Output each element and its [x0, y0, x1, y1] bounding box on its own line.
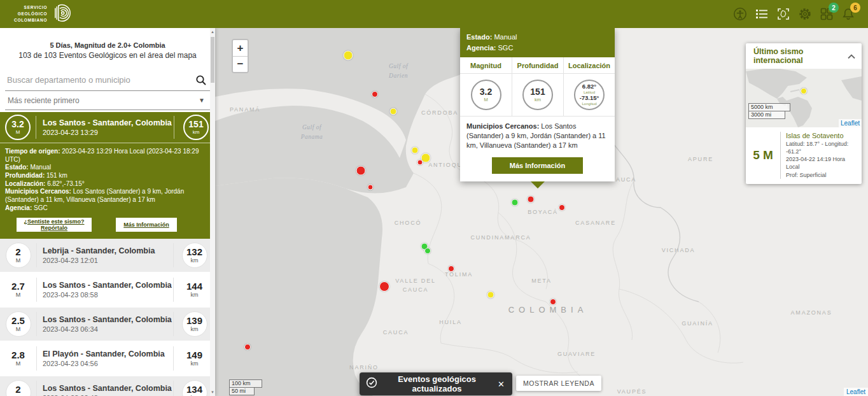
event-datetime: 2023-04-23 08:58 — [43, 291, 173, 299]
event-list-icon[interactable] — [755, 7, 769, 21]
location-label: Localización — [564, 57, 615, 74]
depth-label: Profundidad — [512, 57, 563, 74]
event-list-item[interactable]: 2.8M El Playón - Santander, Colombia 202… — [0, 342, 215, 375]
filter-summary-title: 5 Días, Magnitud de 2.0+ Colombia — [11, 41, 204, 49]
leaflet-attribution[interactable]: Leaflet — [844, 388, 868, 396]
app-header: SERVICIO GEOLÓGICO COLOMBIANO — [0, 0, 868, 28]
event-marker-red[interactable] — [356, 166, 366, 176]
map-view-icon[interactable] — [776, 7, 790, 21]
scale-km: 100 km — [229, 379, 262, 388]
magnitude-label: Magnitud — [460, 57, 512, 74]
intl-datetime: 2023-04-22 14:19 Hora Local — [786, 155, 858, 171]
magnitude-badge: 3.2 M — [5, 115, 31, 140]
notifications-bell-icon[interactable]: 6 — [841, 7, 855, 21]
mini-map-scale: 5000 km 3000 mi — [748, 103, 790, 119]
magnitude-circle: 3.2 M — [471, 80, 501, 110]
intl-coords: Latitud: 18.7° - Longitud: -61.2° — [786, 140, 858, 155]
magnitude-badge: 2M — [6, 243, 31, 268]
event-list-item[interactable]: 2.5M Los Santos - Santander, Colombia 20… — [0, 308, 215, 341]
popup-arrow — [531, 181, 545, 188]
event-list-item[interactable]: 2M Lebrija - Santander, Colombia 2023-04… — [0, 239, 215, 272]
event-marker-green[interactable] — [424, 248, 431, 254]
depth-badge: 151 km — [183, 115, 209, 140]
sort-selected-value: Más reciente primero — [8, 96, 80, 105]
depth-circle: 151 km — [522, 80, 553, 110]
zoom-control: + − — [232, 39, 249, 73]
chevron-up-icon[interactable] — [848, 50, 855, 62]
event-marker-green[interactable] — [512, 199, 519, 206]
magnitude-badge: 2M — [6, 380, 31, 396]
accessibility-icon[interactable] — [733, 7, 747, 21]
depth-badge: 149km — [182, 346, 207, 371]
show-legend-button[interactable]: MOSTRAR LEYENDA — [516, 376, 601, 391]
event-title: El Playón - Santander, Colombia — [43, 350, 173, 358]
event-marker-red[interactable] — [368, 185, 374, 190]
scale-mi: 50 mi — [229, 388, 255, 395]
event-title: Los Santos - Santander, Colombia — [43, 118, 174, 127]
popup-header: Estado: Manual Agencia: SGC — [460, 28, 615, 57]
scroll-down-arrow[interactable]: ▼ — [210, 388, 215, 396]
main-map[interactable]: PANAMÁGulf of DarienGulf of PanamaCÓRDOB… — [215, 28, 868, 396]
event-marker-red[interactable] — [559, 204, 565, 211]
selected-event-header: 3.2 M Los Santos - Santander, Colombia 2… — [0, 112, 215, 143]
event-marker-red[interactable] — [372, 91, 378, 97]
toast-message: Eventos geológicos actualizados — [382, 374, 491, 393]
event-marker-red[interactable] — [417, 160, 423, 166]
scroll-up-arrow[interactable]: ▲ — [210, 28, 215, 36]
zoom-out-button[interactable]: − — [233, 56, 248, 72]
sgc-logo-text: SERVICIO GEOLÓGICO COLOMBIANO — [14, 4, 47, 23]
toast-close-icon[interactable]: ✕ — [496, 379, 506, 389]
popup-more-info-button[interactable]: Más Información — [492, 157, 583, 174]
nearby-municipalities: Municipios Cercanos: Los Santos (Santand… — [460, 116, 615, 154]
event-marker-red[interactable] — [550, 299, 556, 305]
event-title: Los Santos - Santander, Colombia — [43, 281, 173, 290]
intl-quake-summary[interactable]: 5 M Islas de Sotavento Latitud: 18.7° - … — [746, 127, 862, 184]
sidebar-scrollbar[interactable]: ▲ ▼ — [210, 28, 215, 396]
search-icon[interactable] — [195, 74, 207, 86]
sort-select[interactable]: Más reciente primero ▼ — [5, 91, 210, 110]
leaflet-attribution[interactable]: Leaflet — [839, 119, 862, 127]
sgc-spiral-icon — [51, 2, 73, 26]
depth-badge: 134km — [182, 380, 207, 396]
search-input[interactable] — [5, 69, 190, 88]
event-marker-yellow[interactable] — [487, 292, 494, 299]
header-icon-bar: 2 6 — [733, 7, 855, 21]
event-datetime: 2023-04-23 06:34 — [43, 325, 173, 333]
more-info-button[interactable]: Más Información — [116, 218, 177, 232]
apps-grid-icon[interactable]: 2 — [820, 7, 834, 21]
intl-quake-marker[interactable] — [801, 88, 807, 94]
magnitude-badge: 2.7M — [6, 277, 31, 302]
selected-event-card[interactable]: 3.2 M Los Santos - Santander, Colombia 2… — [0, 112, 215, 239]
event-marker-yellow[interactable] — [344, 51, 353, 60]
popup-metrics: Magnitud 3.2 M Profundidad 151 km Locali… — [460, 57, 615, 116]
events-sidebar: 5 Días, Magnitud de 2.0+ Colombia 103 de… — [0, 28, 215, 396]
event-marker-yellow[interactable] — [390, 108, 397, 115]
event-datetime: 2023-04-23 12:01 — [43, 257, 173, 264]
report-felt-quake-button[interactable]: ¿Sentiste este sismo? Repórtalo — [17, 218, 92, 232]
apps-count-badge: 2 — [829, 3, 839, 13]
event-datetime: 2023-04-23 02:48 — [43, 394, 173, 396]
event-title: Los Santos - Santander, Colombia — [43, 315, 173, 324]
search-row — [5, 69, 210, 91]
depth-badge: 139km — [182, 311, 207, 337]
event-marker-red[interactable] — [379, 281, 389, 292]
event-list-item[interactable]: 2M Los Santos - Santander, Colombia 2023… — [0, 376, 215, 396]
intl-panel-title: Último sismo internacional — [753, 47, 848, 65]
settings-gear-icon[interactable] — [798, 7, 812, 21]
event-marker-red[interactable] — [528, 196, 535, 203]
event-popup: Estado: Manual Agencia: SGC Magnitud 3.2… — [460, 28, 615, 181]
event-marker-yellow[interactable] — [412, 147, 419, 154]
zoom-in-button[interactable]: + — [233, 40, 248, 56]
intl-panel-header[interactable]: Último sismo internacional — [746, 43, 862, 69]
chevron-down-icon: ▼ — [199, 97, 205, 104]
update-toast: Eventos geológicos actualizados ✕ — [360, 372, 512, 395]
event-marker-red[interactable] — [244, 344, 251, 350]
intl-mini-map[interactable]: 5000 km 3000 mi Leaflet — [746, 69, 862, 127]
event-list-item[interactable]: 2.7M Los Santos - Santander, Colombia 20… — [0, 273, 215, 306]
event-marker-red[interactable] — [448, 265, 454, 272]
event-datetime: 2023-04-23 04:56 — [43, 360, 173, 367]
intl-location: Islas de Sotavento — [786, 132, 858, 139]
event-title: Lebrija - Santander, Colombia — [43, 246, 173, 255]
scrollbar-thumb[interactable] — [211, 37, 214, 83]
intl-depth: Prof: Superficial — [786, 171, 858, 179]
